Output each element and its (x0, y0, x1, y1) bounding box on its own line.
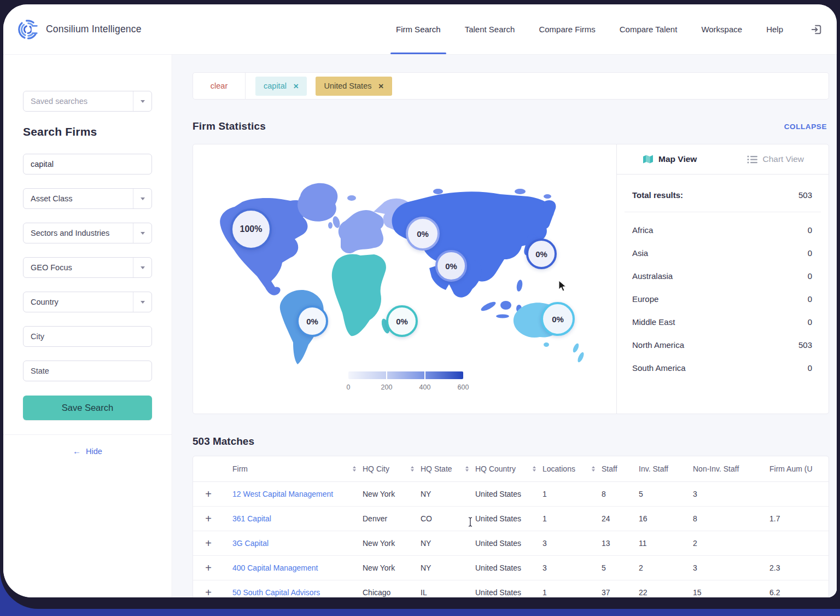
state-input[interactable] (23, 361, 152, 381)
remove-chip-icon[interactable]: ✕ (293, 82, 299, 90)
table-header-row: Firm HQ City HQ State HQ Country (193, 456, 829, 482)
col-firm[interactable]: Firm (224, 464, 363, 473)
island-greenland (298, 183, 337, 222)
col-non-inv-staff: Non-Inv. Staff (693, 464, 769, 473)
map-bubble-middle-east[interactable]: 0% (435, 250, 467, 282)
sort-icon[interactable] (592, 466, 595, 472)
arctic-island (433, 189, 443, 194)
region-row-europe: Europe 0 (632, 287, 812, 310)
expand-row-icon[interactable]: + (193, 562, 224, 574)
col-hq-city[interactable]: HQ City (363, 464, 421, 473)
country-select[interactable]: Country (23, 292, 152, 312)
firm-link[interactable]: 361 Capital (224, 514, 363, 523)
expand-row-icon[interactable]: + (193, 537, 224, 550)
geo-focus-select[interactable]: GEO Focus (23, 257, 152, 278)
left-arrow-icon: ← (73, 446, 81, 456)
brand-logo-icon (16, 18, 39, 41)
col-locations[interactable]: Locations (542, 464, 602, 473)
nav-firm-search[interactable]: Firm Search (396, 4, 441, 54)
island-new-zealand-south (576, 351, 585, 363)
firm-keyword-input[interactable] (23, 154, 152, 175)
firm-statistics-title: Firm Statistics (192, 120, 266, 132)
map-icon (643, 154, 654, 164)
asset-class-select[interactable]: Asset Class (23, 188, 152, 209)
firm-link[interactable]: 3G Capital (224, 539, 363, 548)
matches-table: Firm HQ City HQ State HQ Country (192, 456, 829, 597)
region-row-australasia: Australasia 0 (632, 264, 812, 287)
region-row-middle-east: Middle East 0 (632, 310, 812, 333)
col-staff: Staff (602, 464, 639, 473)
nav-workspace[interactable]: Workspace (701, 4, 742, 54)
view-toggle: Map View Chart View (617, 144, 829, 175)
expand-row-icon[interactable]: + (193, 513, 224, 525)
chart-view-tab[interactable]: Chart View (723, 154, 829, 164)
region-row-africa: Africa 0 (632, 218, 812, 241)
firm-link[interactable]: 400 Capital Management (224, 563, 363, 572)
table-row: + 361 Capital Denver CO United States 1 … (193, 507, 829, 531)
total-results-value: 503 (798, 190, 812, 200)
sort-icon[interactable] (465, 466, 469, 472)
col-hq-state[interactable]: HQ State (421, 464, 475, 473)
saved-searches-select[interactable]: Saved searches (23, 91, 152, 112)
sectors-industries-label: Sectors and Industries (24, 229, 133, 237)
peninsula-kamchatka (542, 200, 556, 229)
expand-row-icon[interactable]: + (193, 586, 224, 598)
list-icon (747, 155, 757, 164)
city-input[interactable] (23, 326, 152, 347)
save-search-button[interactable]: Save Search (23, 396, 152, 420)
nav-compare-firms[interactable]: Compare Firms (539, 4, 595, 54)
legend-tick: 0 (347, 383, 351, 391)
map-bubble-south-america[interactable]: 0% (296, 305, 328, 337)
map-bubble-asia[interactable]: 0% (526, 239, 557, 269)
brand: Consilium Intelligence (16, 18, 142, 41)
filter-chip-capital[interactable]: capital ✕ (255, 77, 307, 96)
map-bubble-australasia[interactable]: 0% (541, 302, 575, 336)
island-iceland (347, 195, 356, 201)
firm-link[interactable]: 12 West Capital Management (224, 490, 363, 498)
island-borneo (500, 301, 511, 310)
region-breakdown-list: Africa 0 Asia 0 Australasia 0 Europe (617, 212, 829, 379)
map-bubble-north-america[interactable]: 100% (230, 208, 272, 250)
region-row-north-america: North America 503 (632, 333, 812, 356)
sidebar-divider (3, 434, 172, 435)
sort-icon[interactable] (411, 466, 414, 472)
collapse-button[interactable]: COLLAPSE (784, 123, 827, 131)
firm-statistics-header: Firm Statistics COLLAPSE (192, 120, 829, 132)
sort-icon[interactable] (353, 466, 356, 472)
nav-compare-talent[interactable]: Compare Talent (620, 4, 678, 54)
table-row: + 3G Capital New York NY United States 3… (193, 531, 829, 556)
legend-tick: 400 (419, 383, 431, 391)
arctic-island (515, 189, 526, 194)
filter-sidebar: Saved searches Search Firms Asset Class … (3, 55, 172, 597)
world-map-area[interactable]: 100% 0% 0% 0% 0% 0% 0% 0 200 400 600 (193, 144, 616, 414)
clear-filters-button[interactable]: clear (211, 82, 228, 90)
map-bubble-africa[interactable]: 0% (386, 305, 418, 337)
sort-icon[interactable] (533, 466, 536, 472)
filter-chip-united-states[interactable]: United States ✕ (316, 77, 392, 96)
screenshot-stage: Consilium Intelligence Firm Search Talen… (0, 0, 840, 616)
total-results-label: Total results: (632, 190, 683, 200)
country-label: Country (24, 298, 133, 306)
map-color-legend (348, 371, 463, 379)
statistics-panel: Map View Chart View Total result (616, 144, 829, 414)
matches-title: 503 Matches (192, 435, 829, 448)
continent-africa (332, 254, 386, 336)
clear-filters-zone: clear (193, 73, 246, 99)
map-view-tab[interactable]: Map View (617, 154, 723, 164)
hide-sidebar-link[interactable]: ←Hide (23, 446, 152, 456)
remove-chip-icon[interactable]: ✕ (378, 82, 383, 90)
firm-link[interactable]: 50 South Capital Advisors (224, 588, 363, 597)
logout-icon[interactable] (810, 24, 822, 36)
nav-help[interactable]: Help (766, 4, 783, 54)
chevron-down-icon (133, 258, 151, 277)
island-ireland (328, 222, 332, 229)
sectors-industries-select[interactable]: Sectors and Industries (23, 223, 152, 243)
legend-tick: 200 (381, 383, 393, 391)
col-hq-country[interactable]: HQ Country (475, 464, 542, 473)
expand-row-icon[interactable]: + (193, 488, 224, 501)
table-row: + 400 Capital Management New York NY Uni… (193, 556, 829, 580)
asset-class-label: Asset Class (24, 194, 133, 203)
island-sumatra (480, 300, 497, 313)
nav-talent-search[interactable]: Talent Search (465, 4, 515, 54)
map-bubble-europe[interactable]: 0% (406, 217, 440, 251)
